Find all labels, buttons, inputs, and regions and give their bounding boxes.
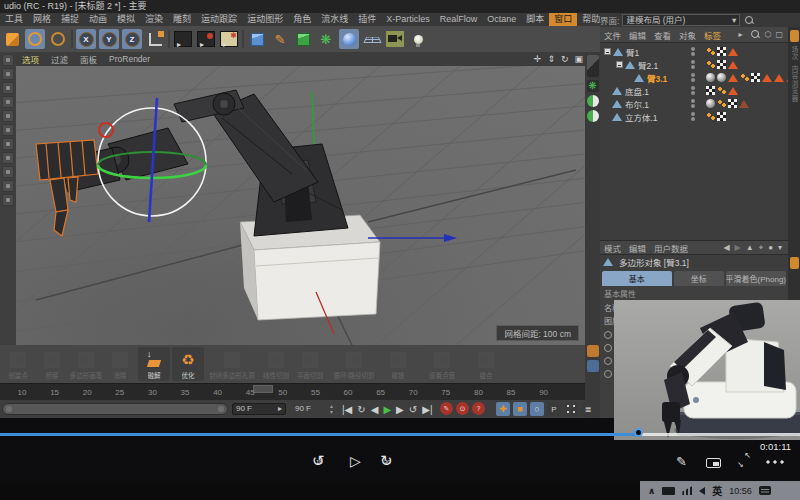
edges-mode-icon[interactable] <box>2 124 14 136</box>
skip-forward-button[interactable]: ↻30 <box>380 452 393 470</box>
subdivision-surface-icon[interactable] <box>293 29 313 49</box>
texture-checker-icon[interactable] <box>717 60 726 69</box>
pan-view-icon[interactable]: ✛ <box>534 54 542 64</box>
selection-triangle-icon[interactable] <box>762 74 772 82</box>
selection-triangle-icon[interactable] <box>728 61 738 69</box>
spinner-icon[interactable]: ▸ <box>278 404 282 414</box>
selection-triangle-icon[interactable] <box>728 87 738 95</box>
collapse-icon[interactable] <box>616 61 623 68</box>
render-settings-icon[interactable] <box>219 29 239 49</box>
hidden-icons-chevron[interactable]: ∧ <box>648 486 655 496</box>
filter-icon[interactable]: ⬡ <box>764 30 771 39</box>
array-icon[interactable] <box>587 345 599 357</box>
menu-item[interactable]: 运动图形 <box>242 13 288 26</box>
menu-item[interactable]: Octane <box>482 13 521 26</box>
attribute-tab[interactable]: 基本 <box>602 271 672 286</box>
lock-workplane-icon[interactable] <box>2 194 14 206</box>
phong-dots-icon[interactable] <box>740 73 749 82</box>
record-keyframe-button[interactable]: ✎ <box>440 402 453 415</box>
object-row[interactable]: 立方体.1 <box>600 110 788 123</box>
menu-item[interactable]: X-Particles <box>381 13 435 26</box>
texture-checker-icon[interactable] <box>717 112 726 121</box>
dock-icon[interactable] <box>790 30 799 42</box>
modeling-button-tool[interactable]: 线性切割 <box>260 347 292 381</box>
rotate-view-icon[interactable]: ↻ <box>561 54 569 64</box>
material-sphere-icon[interactable] <box>706 99 715 108</box>
attribute-tab[interactable]: 坐标 <box>674 271 724 286</box>
preview-thumb-icon[interactable] <box>587 55 599 77</box>
display-sphere2-icon[interactable] <box>587 110 599 122</box>
dock-tab[interactable]: 场次 <box>789 46 799 61</box>
history-forward-icon[interactable]: ▶ <box>735 243 741 253</box>
browser-icon[interactable]: ▢ <box>775 30 783 39</box>
menu-item[interactable]: 工具 <box>0 13 28 26</box>
viewport-menu-item[interactable]: 过滤 <box>45 53 74 65</box>
parent-object-icon[interactable]: ▲ <box>746 243 754 253</box>
menu-item[interactable]: 动画 <box>84 13 112 26</box>
phong-dots-icon[interactable] <box>717 86 726 95</box>
expand-arrow-icon[interactable]: ▸ <box>738 30 742 39</box>
visibility-dots[interactable] <box>686 60 700 69</box>
network-icon[interactable] <box>682 486 692 495</box>
visibility-dots[interactable] <box>686 47 700 56</box>
more-options-icon[interactable] <box>766 460 784 464</box>
attribute-menu-item[interactable]: 编辑 <box>625 242 650 254</box>
object-manager-menu-item[interactable]: 对象 <box>675 29 700 41</box>
modeling-button-tool[interactable]: 多边形画笔 <box>70 347 102 381</box>
attribute-menu-item[interactable]: 用户数据 <box>650 242 692 254</box>
menu-item[interactable]: 窗口 <box>549 13 577 26</box>
phong-dots-icon[interactable] <box>717 99 726 108</box>
render-picture-viewer-icon[interactable] <box>196 29 216 49</box>
enable-axis-icon[interactable] <box>2 152 14 164</box>
modeling-button-tool[interactable]: 桥接 <box>36 347 68 381</box>
phong-dots-icon[interactable] <box>706 47 715 56</box>
goto-end-button[interactable]: ▶| <box>422 404 432 415</box>
object-row[interactable]: 布尔.1 <box>600 97 788 110</box>
video-progress-remaining[interactable] <box>641 433 800 436</box>
rotate-tool-icon[interactable] <box>25 29 45 49</box>
snap-icon[interactable] <box>2 180 14 192</box>
attribute-menu-item[interactable]: 模式 <box>600 242 625 254</box>
modeling-button-tool[interactable]: 创建点 <box>2 347 34 381</box>
scale-tool-icon[interactable] <box>48 29 68 49</box>
subdivision-icon[interactable]: ❋ <box>587 80 599 92</box>
visibility-dots[interactable] <box>686 73 700 82</box>
pick-icon[interactable]: ⌖ <box>759 243 764 253</box>
points-mode-icon[interactable] <box>2 110 14 122</box>
object-manager-menu-item[interactable]: 标签 <box>700 29 725 41</box>
phong-dots-icon[interactable] <box>706 112 715 121</box>
modeling-button-tool[interactable]: 消除 <box>104 347 136 381</box>
axis-y-button[interactable]: Y <box>99 29 119 49</box>
visibility-dots[interactable] <box>686 86 700 95</box>
camera-icon[interactable] <box>385 29 405 49</box>
object-name[interactable]: 立方体.1 <box>625 111 658 123</box>
attribute-tab[interactable]: 平滑着色(Phong) <box>726 271 786 286</box>
keyframe-ladder-icon[interactable]: ≣ <box>581 402 595 416</box>
menu-item[interactable]: 渲染 <box>140 13 168 26</box>
coordinate-system-icon[interactable] <box>145 29 165 49</box>
polygons-mode-icon[interactable] <box>2 138 14 150</box>
primitive-cube-icon[interactable] <box>247 29 267 49</box>
video-play-button[interactable]: ▷ <box>350 453 361 469</box>
menu-item[interactable]: 流水线 <box>316 13 353 26</box>
deformer-icon[interactable]: ❋ <box>316 29 336 49</box>
visibility-dots[interactable] <box>686 112 700 121</box>
picture-in-picture-icon[interactable] <box>706 458 721 468</box>
menu-item[interactable]: 网格 <box>28 13 56 26</box>
object-name[interactable]: 臂2.1 <box>638 59 658 71</box>
selection-triangle-outline-icon[interactable] <box>739 100 749 108</box>
selection-triangle-icon[interactable] <box>774 74 784 82</box>
frame-range-slider[interactable] <box>2 403 228 415</box>
menu-item[interactable]: 脚本 <box>521 13 549 26</box>
video-progress-done[interactable] <box>0 433 641 436</box>
toggle-view-icon[interactable]: ▣ <box>574 54 583 64</box>
visibility-dots[interactable] <box>686 99 700 108</box>
texture-mode-icon[interactable] <box>2 82 14 94</box>
object-name[interactable]: 臂3.1 <box>647 72 667 84</box>
object-row[interactable]: 臂2.1 <box>600 58 788 71</box>
previous-frame-button[interactable]: ◀ <box>371 404 379 415</box>
object-name[interactable]: 布尔.1 <box>625 98 649 110</box>
key-scale-toggle[interactable]: ■ <box>513 402 527 416</box>
undo-icon[interactable] <box>2 29 22 49</box>
modeling-button-optimize[interactable]: ♻优化 <box>172 347 204 381</box>
